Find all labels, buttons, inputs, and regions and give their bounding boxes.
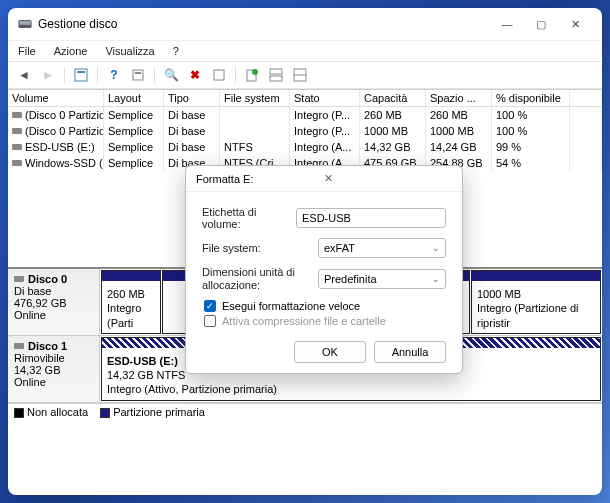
col-capacity[interactable]: Capacità — [360, 90, 426, 106]
help-icon[interactable]: ? — [104, 65, 124, 85]
col-layout[interactable]: Layout — [104, 90, 164, 106]
svg-rect-2 — [75, 69, 87, 81]
layout1-icon[interactable] — [266, 65, 286, 85]
volume-list: Volume Layout Tipo File system Stato Cap… — [8, 89, 602, 171]
volume-row[interactable]: ESD-USB (E:)SempliceDi baseNTFSIntegro (… — [8, 139, 602, 155]
toolbar: ◄ ► ? 🔍 ✖ — [8, 62, 602, 89]
volume-row[interactable]: (Disco 0 Partizion...SempliceDi baseInte… — [8, 123, 602, 139]
legend: Non allocata Partizione primaria — [8, 403, 602, 420]
legend-primary: Partizione primaria — [113, 406, 205, 418]
volume-icon — [12, 128, 22, 134]
volume-icon — [12, 144, 22, 150]
legend-unallocated: Non allocata — [27, 406, 88, 418]
cancel-button[interactable]: Annulla — [374, 341, 446, 363]
search-icon[interactable]: 🔍 — [161, 65, 181, 85]
col-status[interactable]: Stato — [290, 90, 360, 106]
back-button[interactable]: ◄ — [14, 65, 34, 85]
menu-file[interactable]: File — [16, 43, 38, 59]
menu-view[interactable]: Visualizza — [103, 43, 156, 59]
col-fs[interactable]: File system — [220, 90, 290, 106]
dialog-title: Formatta E: — [196, 173, 324, 185]
svg-rect-9 — [270, 69, 282, 74]
col-free[interactable]: Spazio ... — [426, 90, 492, 106]
volume-row[interactable]: (Disco 0 Partizion...SempliceDi baseInte… — [8, 107, 602, 123]
dialog-titlebar: Formatta E: ✕ — [186, 166, 462, 192]
partition[interactable]: 260 MBIntegro (Parti — [101, 270, 161, 334]
svg-point-8 — [252, 69, 258, 75]
compress-checkbox: Attiva compressione file e cartelle — [204, 315, 446, 327]
disk-info[interactable]: Disco 1Rimovibile14,32 GBOnline — [8, 336, 100, 402]
volume-label-label: Etichetta di volume: — [202, 206, 290, 230]
filesystem-select[interactable]: exFAT⌄ — [318, 238, 446, 258]
partition[interactable]: 1000 MBIntegro (Partizione di ripristir — [471, 270, 601, 334]
view-icon[interactable] — [71, 65, 91, 85]
check-icon — [204, 315, 216, 327]
new-icon[interactable] — [242, 65, 262, 85]
app-icon — [18, 17, 32, 31]
menu-help[interactable]: ? — [171, 43, 181, 59]
chevron-down-icon: ⌄ — [432, 274, 440, 284]
allocation-label: Dimensioni unità di allocazione: — [202, 266, 312, 292]
allocation-select[interactable]: Predefinita⌄ — [318, 269, 446, 289]
layout2-icon[interactable] — [290, 65, 310, 85]
window-title: Gestione disco — [38, 17, 490, 31]
svg-rect-4 — [133, 70, 143, 80]
properties-icon[interactable] — [128, 65, 148, 85]
forward-button[interactable]: ► — [38, 65, 58, 85]
unallocated-swatch — [14, 408, 24, 418]
chevron-down-icon: ⌄ — [432, 243, 440, 253]
volume-label-input[interactable] — [296, 208, 446, 228]
volume-icon — [12, 160, 22, 166]
column-headers: Volume Layout Tipo File system Stato Cap… — [8, 90, 602, 107]
maximize-button[interactable]: ▢ — [524, 14, 558, 34]
check-icon: ✓ — [204, 300, 216, 312]
delete-icon[interactable]: ✖ — [185, 65, 205, 85]
filesystem-label: File system: — [202, 242, 312, 254]
ok-button[interactable]: OK — [294, 341, 366, 363]
action-icon[interactable] — [209, 65, 229, 85]
dialog-close-icon[interactable]: ✕ — [324, 172, 452, 185]
svg-rect-5 — [135, 72, 141, 74]
svg-rect-3 — [77, 71, 85, 73]
svg-rect-1 — [19, 25, 31, 28]
svg-rect-10 — [270, 76, 282, 81]
titlebar: Gestione disco — ▢ ✕ — [8, 8, 602, 41]
menu-action[interactable]: Azione — [52, 43, 90, 59]
col-volume[interactable]: Volume — [8, 90, 104, 106]
col-pct[interactable]: % disponibile — [492, 90, 570, 106]
col-type[interactable]: Tipo — [164, 90, 220, 106]
format-dialog: Formatta E: ✕ Etichetta di volume: File … — [185, 165, 463, 374]
primary-swatch — [100, 408, 110, 418]
disk-icon — [14, 343, 24, 349]
disk-icon — [14, 276, 24, 282]
disk-info[interactable]: Disco 0Di base476,92 GBOnline — [8, 269, 100, 335]
menubar: File Azione Visualizza ? — [8, 41, 602, 62]
minimize-button[interactable]: — — [490, 14, 524, 34]
close-button[interactable]: ✕ — [558, 14, 592, 34]
volume-icon — [12, 112, 22, 118]
svg-rect-6 — [214, 70, 224, 80]
quick-format-checkbox[interactable]: ✓ Esegui formattazione veloce — [204, 300, 446, 312]
